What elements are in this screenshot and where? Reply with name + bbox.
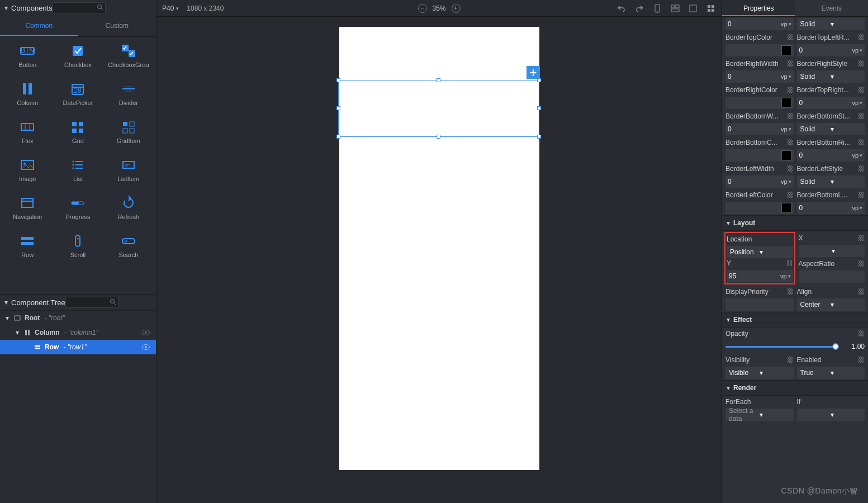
- link-icon[interactable]: ⛓: [787, 60, 794, 68]
- link-icon[interactable]: ⛓: [858, 234, 865, 242]
- chevron-down-icon[interactable]: ▾: [4, 298, 8, 306]
- resize-handle[interactable]: [336, 106, 340, 110]
- foreach-select[interactable]: Select a data▾: [725, 409, 794, 421]
- component-button[interactable]: BTNButton: [2, 41, 53, 70]
- link-icon[interactable]: ⛓: [858, 191, 865, 199]
- selection-box[interactable]: [338, 80, 539, 137]
- link-icon[interactable]: ⛓: [858, 34, 865, 41]
- chevron-down-icon[interactable]: ▾: [3, 314, 11, 322]
- x-input[interactable]: ▾: [799, 245, 865, 257]
- prop-input[interactable]: vp▾: [725, 70, 794, 83]
- link-icon[interactable]: ⛓: [858, 86, 865, 94]
- component-list[interactable]: List: [53, 155, 103, 184]
- prop-select[interactable]: Solid▾: [797, 18, 865, 30]
- component-search[interactable]: Search: [103, 231, 154, 260]
- prop-input[interactable]: vp▾: [797, 97, 865, 109]
- tree-search-input[interactable]: [65, 297, 118, 308]
- prop-input[interactable]: vp▾: [725, 18, 794, 30]
- color-input[interactable]: [725, 97, 794, 109]
- component-divider[interactable]: Divider: [103, 79, 154, 108]
- link-icon[interactable]: ⛓: [787, 288, 794, 296]
- component-progress[interactable]: Progress: [53, 193, 103, 222]
- component-checkbox[interactable]: Checkbox: [53, 41, 103, 70]
- resize-handle[interactable]: [537, 135, 541, 139]
- aspect-input[interactable]: [799, 271, 865, 283]
- eye-icon[interactable]: [141, 329, 150, 336]
- tab-common[interactable]: Common: [0, 16, 78, 36]
- zoom-in-button[interactable]: +: [452, 4, 461, 13]
- eye-icon[interactable]: [141, 344, 150, 350]
- resize-handle[interactable]: [336, 135, 340, 139]
- section-effect[interactable]: ▾Effect: [722, 312, 868, 328]
- link-icon[interactable]: ⛓: [787, 356, 794, 364]
- component-flex[interactable]: Flex: [2, 117, 53, 146]
- link-icon[interactable]: ⛓: [858, 60, 865, 68]
- resize-handle[interactable]: [537, 78, 541, 82]
- prop-input[interactable]: vp▾: [725, 175, 794, 188]
- component-refresh[interactable]: Refresh: [103, 193, 154, 222]
- link-icon[interactable]: ⛓: [858, 112, 865, 120]
- zoom-out-button[interactable]: −: [418, 4, 426, 13]
- color-input[interactable]: [725, 202, 794, 214]
- link-icon[interactable]: ⛓: [858, 288, 865, 296]
- link-icon[interactable]: ⛓: [787, 112, 794, 120]
- align-select[interactable]: Center▾: [797, 298, 865, 311]
- link-icon[interactable]: ⛓: [787, 86, 794, 94]
- link-icon[interactable]: ⛓: [858, 330, 865, 338]
- component-tree[interactable]: ▾Root- "root"▾Column- "column1"Row- "row…: [0, 311, 156, 503]
- resize-handle[interactable]: [537, 106, 541, 110]
- component-image[interactable]: Image: [2, 155, 53, 184]
- link-icon[interactable]: ⛓: [858, 165, 865, 173]
- component-checkboxgrou[interactable]: CheckboxGrou: [103, 41, 154, 70]
- color-swatch[interactable]: [781, 150, 791, 160]
- link-icon[interactable]: ⛓: [787, 191, 794, 199]
- grid-view-icon[interactable]: [706, 3, 716, 13]
- undo-button[interactable]: [616, 3, 627, 13]
- tree-node-column[interactable]: ▾Column- "column1": [0, 325, 156, 340]
- color-input[interactable]: [725, 149, 794, 162]
- resize-handle[interactable]: [437, 78, 440, 82]
- artboard[interactable]: [339, 27, 539, 470]
- link-icon[interactable]: ⛓: [787, 165, 794, 173]
- component-datepicker[interactable]: 28DatePicker: [53, 79, 103, 108]
- link-icon[interactable]: ⛓: [858, 356, 865, 364]
- component-column[interactable]: Column: [2, 79, 53, 108]
- component-scroll[interactable]: Scroll: [53, 231, 103, 260]
- chevron-down-icon[interactable]: ▾: [4, 4, 8, 12]
- tree-node-root[interactable]: ▾Root- "root": [0, 311, 156, 325]
- link-icon[interactable]: ⛓: [787, 34, 794, 41]
- device-rotate-icon[interactable]: [652, 3, 662, 13]
- link-icon[interactable]: ⛓: [858, 139, 865, 146]
- component-listitem[interactable]: ListItem: [103, 155, 154, 184]
- components-search-input[interactable]: [53, 2, 106, 13]
- component-navigation[interactable]: Navigation: [2, 193, 53, 222]
- component-griditem[interactable]: GridItem: [103, 117, 154, 146]
- tab-events[interactable]: Events: [795, 0, 869, 16]
- tab-properties[interactable]: Properties: [722, 0, 795, 16]
- move-handle[interactable]: [527, 66, 540, 79]
- link-icon[interactable]: ⛓: [858, 260, 865, 268]
- component-grid[interactable]: Grid: [53, 117, 103, 146]
- link-icon[interactable]: ⛓: [787, 139, 794, 146]
- components-list[interactable]: BTNButtonCheckboxCheckboxGrouColumn28Dat…: [0, 37, 156, 294]
- prop-input[interactable]: vp▾: [797, 202, 865, 214]
- tab-custom[interactable]: Custom: [78, 16, 156, 36]
- resize-handle[interactable]: [336, 78, 340, 82]
- y-input[interactable]: vp▾: [727, 270, 793, 282]
- prop-input[interactable]: vp▾: [797, 149, 865, 162]
- display-priority-input[interactable]: [725, 298, 794, 311]
- prop-input[interactable]: vp▾: [797, 44, 865, 56]
- color-input[interactable]: [725, 44, 794, 56]
- prop-select[interactable]: Solid▾: [797, 70, 865, 83]
- resize-handle[interactable]: [437, 135, 440, 139]
- section-layout[interactable]: ▾Layout: [722, 215, 868, 231]
- canvas-area[interactable]: [156, 17, 722, 503]
- visibility-select[interactable]: Visible▾: [725, 367, 794, 379]
- tree-node-row[interactable]: Row- "row1": [0, 340, 156, 354]
- prop-select[interactable]: Solid▾: [797, 175, 865, 188]
- component-row[interactable]: Row: [2, 231, 53, 260]
- color-swatch[interactable]: [781, 203, 791, 213]
- slider-thumb[interactable]: [832, 343, 839, 350]
- prop-input[interactable]: vp▾: [725, 123, 794, 135]
- if-select[interactable]: ▾: [797, 409, 865, 421]
